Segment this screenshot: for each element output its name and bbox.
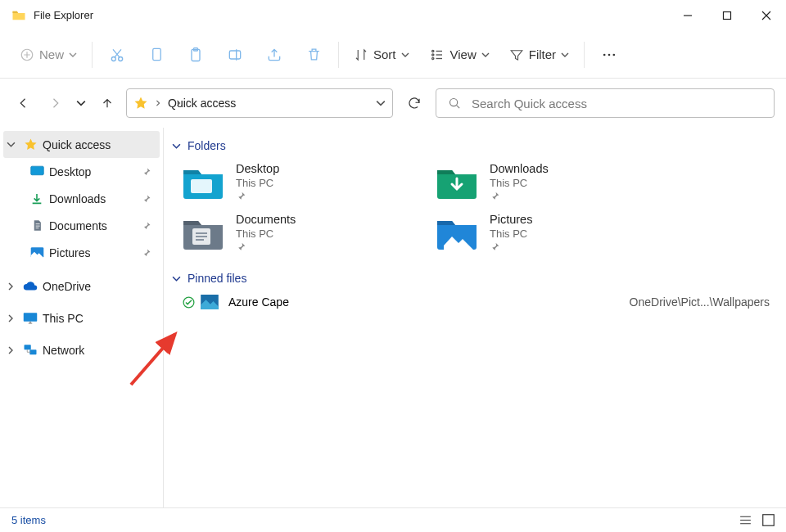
toolbar-separator (338, 42, 339, 68)
network-icon (23, 343, 38, 358)
svg-rect-15 (30, 166, 43, 175)
svg-rect-4 (152, 48, 160, 60)
command-toolbar: New Sort View Filter (0, 31, 786, 79)
sort-button[interactable]: Sort (346, 38, 418, 71)
filter-label: Filter (529, 47, 556, 61)
pin-icon (142, 248, 151, 258)
status-bar: 5 items (0, 507, 786, 532)
toolbar-separator (92, 42, 93, 68)
refresh-button[interactable] (400, 88, 429, 118)
sidebar-label: Quick access (43, 138, 111, 151)
pin-icon (142, 221, 151, 231)
toolbar-separator (584, 42, 585, 68)
up-button[interactable] (95, 87, 120, 119)
sort-label: Sort (373, 47, 396, 61)
chevron-down-icon (172, 142, 181, 151)
documents-folder-icon (182, 213, 224, 250)
chevron-down-icon (481, 51, 490, 59)
sidebar-item-downloads[interactable]: Downloads (0, 185, 163, 212)
cloud-icon (23, 279, 38, 294)
svg-rect-18 (24, 313, 38, 322)
share-button[interactable] (256, 38, 292, 71)
svg-point-13 (613, 53, 616, 56)
section-label: Pinned files (187, 272, 246, 285)
back-button[interactable] (11, 87, 36, 119)
pictures-icon (29, 246, 44, 260)
folder-item-desktop[interactable]: Desktop This PC (182, 162, 395, 201)
desktop-folder-icon (182, 162, 224, 200)
view-label: View (450, 47, 477, 61)
new-button[interactable]: New (11, 38, 85, 71)
new-button-label: New (39, 47, 64, 61)
folder-name: Downloads (490, 162, 549, 175)
sidebar-item-pictures[interactable]: Pictures (0, 239, 163, 266)
sidebar-label: Documents (49, 219, 107, 232)
recent-locations-button[interactable] (74, 87, 88, 119)
folder-location: This PC (490, 177, 549, 189)
breadcrumb-chevron-icon (175, 99, 182, 107)
chevron-down-icon (69, 51, 77, 59)
section-label: Folders (187, 139, 226, 152)
sidebar-label: OneDrive (43, 280, 91, 293)
folder-location: This PC (490, 228, 532, 240)
pinned-file-item[interactable]: Azure Cape OneDrive\Pict...\Wallpapers (182, 295, 775, 309)
pictures-folder-icon (436, 213, 478, 250)
folder-name: Documents (236, 213, 296, 226)
star-icon (23, 138, 38, 152)
folder-icon (11, 8, 26, 23)
svg-rect-19 (25, 345, 31, 349)
folder-name: Pictures (490, 213, 532, 226)
svg-point-14 (449, 98, 457, 106)
chevron-down-icon (172, 274, 181, 283)
sidebar-item-onedrive[interactable]: OneDrive (0, 273, 163, 300)
pin-icon (490, 241, 532, 252)
close-button[interactable] (747, 0, 786, 30)
details-view-button[interactable] (739, 514, 752, 526)
search-placeholder: Search Quick access (472, 97, 587, 110)
address-history-button[interactable] (376, 98, 386, 108)
chevron-down-icon (7, 140, 18, 149)
delete-button[interactable] (296, 38, 332, 71)
folder-location: This PC (236, 228, 296, 240)
copy-button[interactable] (138, 38, 174, 71)
folder-item-downloads[interactable]: Downloads This PC (436, 162, 648, 201)
pinned-file-name: Azure Cape (228, 295, 289, 309)
download-icon (29, 192, 44, 206)
breadcrumb-chevron-icon (155, 99, 161, 107)
sidebar-item-network[interactable]: Network (0, 336, 163, 363)
forward-button[interactable] (43, 87, 67, 119)
more-button[interactable] (591, 38, 627, 71)
section-folders[interactable]: Folders (172, 139, 775, 152)
maximize-button[interactable] (707, 0, 747, 30)
filter-button[interactable]: Filter (501, 38, 577, 71)
sidebar-label: Pictures (49, 246, 91, 259)
search-box[interactable]: Search Quick access (436, 88, 775, 118)
sidebar-item-desktop[interactable]: Desktop (0, 158, 163, 185)
content-pane: Folders Desktop This PC Down (164, 128, 786, 507)
svg-point-11 (603, 53, 606, 56)
synced-icon (182, 295, 196, 309)
chevron-down-icon (401, 51, 409, 59)
minimize-button[interactable] (668, 0, 707, 30)
svg-rect-7 (229, 51, 240, 59)
paste-button[interactable] (178, 38, 214, 71)
sidebar-item-quick-access[interactable]: Quick access (3, 131, 160, 158)
folder-item-documents[interactable]: Documents This PC (182, 213, 395, 252)
rename-button[interactable] (217, 38, 253, 71)
sidebar-item-this-pc[interactable]: This PC (0, 304, 163, 331)
svg-rect-0 (724, 11, 731, 19)
status-item-count: 5 items (11, 514, 46, 526)
sidebar-label: This PC (43, 312, 84, 325)
image-thumbnail-icon (201, 295, 219, 309)
search-icon (448, 97, 462, 110)
chevron-right-icon (7, 314, 18, 322)
view-button[interactable]: View (421, 38, 498, 71)
folder-item-pictures[interactable]: Pictures This PC (436, 213, 648, 252)
window-title: File Explorer (34, 9, 668, 21)
pin-icon (236, 241, 296, 252)
thumbnails-view-button[interactable] (762, 514, 775, 526)
cut-button[interactable] (99, 38, 135, 71)
section-pinned-files[interactable]: Pinned files (172, 272, 775, 285)
address-bar[interactable]: Quick access (126, 88, 393, 118)
sidebar-item-documents[interactable]: Documents (0, 212, 163, 239)
